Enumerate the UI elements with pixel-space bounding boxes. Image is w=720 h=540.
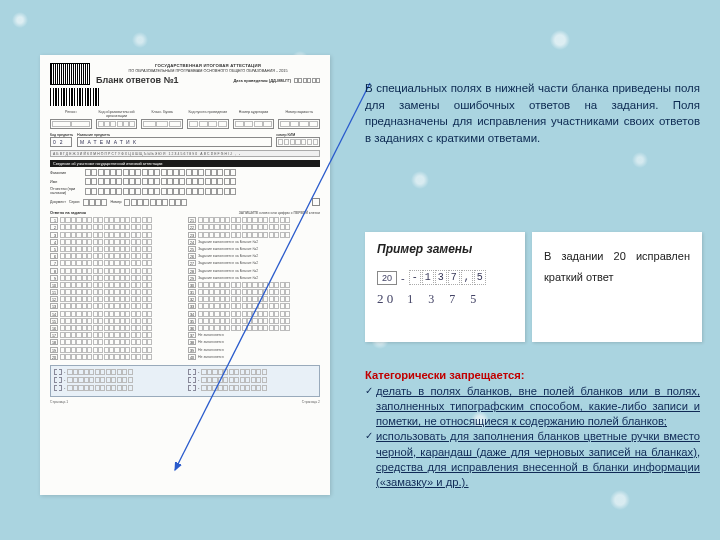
subject-code: 02 (50, 137, 72, 147)
description-text: В специальных полях в нижней части бланк… (365, 80, 700, 147)
lbl-subj-code: Код предмета (50, 133, 73, 137)
lbl-region: Регион (50, 110, 92, 118)
er-line2: краткий ответ (544, 267, 690, 288)
lbl-doc: Документ (50, 200, 66, 204)
er-c: 20 (614, 246, 626, 267)
kim-date-label: Дата проведения (ДД-ММ-ГГ) (233, 78, 291, 83)
lbl-org: Код образовательной организации (96, 110, 138, 118)
barcode2-icon (50, 88, 100, 106)
answers-sub: ЗАПИШИТЕ слово или цифры с ПЕРВОЙ клетки (239, 211, 320, 215)
forbid-title: Категорически запрещается: (365, 368, 700, 383)
forbidden-block: Категорически запрещается: делать в поля… (365, 368, 700, 490)
subject-name: МАТЕМАТИК (77, 137, 272, 147)
example-box: Пример замены 20 - -137,5 2 0 1 3 7 5 (365, 232, 525, 342)
form-title: Бланк ответов №1 (96, 75, 178, 87)
example-title: Пример замены (377, 242, 513, 256)
forbid-item-1: делать в полях бланков, вне полей бланко… (365, 384, 700, 429)
correction-section: --- --- (50, 365, 320, 397)
forbid-item-2: использовать для заполнения бланков цвет… (365, 429, 700, 489)
ex-r2-vals: 1 3 7 5 (403, 292, 482, 307)
answers-header: Ответы на задания (50, 211, 86, 215)
lbl-aud: Код пункта проведения (187, 110, 229, 118)
alphabet-sample: АБВГДЕЖЗИЙКЛМНОПРСТУФХЦЧШЩЪЫЬЭЮЯ 1234567… (50, 150, 320, 157)
barcode-icon (50, 63, 90, 85)
foot-right: Страница 2 (302, 400, 320, 404)
ex-r2-num: 2 0 (377, 291, 393, 307)
foot-left: Страница 1 (50, 400, 68, 404)
checkbox-icon (312, 198, 320, 206)
lbl-name: Имя (50, 180, 82, 184)
ex-r1-num: 20 (377, 271, 397, 285)
lbl-num: Номер (110, 200, 121, 204)
lbl-otch: Отчество (при наличии) (50, 187, 82, 195)
lbl-ser: Серия (69, 200, 80, 204)
lbl-var: Номер варианта (278, 110, 320, 118)
example-explanation: В задании 20 исправлен краткий ответ (532, 232, 702, 342)
form-header-2: ПО ОБРАЗОВАТЕЛЬНЫМ ПРОГРАММАМ ОСНОВНОГО … (96, 69, 320, 74)
er-d: исправлен (636, 246, 690, 267)
lbl-place: Номер аудитории (233, 110, 275, 118)
er-a: В (544, 246, 551, 267)
lbl-class: Класс. Буква (141, 110, 183, 118)
exam-form: ГОСУДАРСТВЕННАЯ ИТОГОВАЯ АТТЕСТАЦИЯ ПО О… (40, 55, 330, 495)
participant-info-bar: Сведения об участнике государственной ит… (50, 160, 320, 167)
lbl-fam: Фамилия (50, 171, 82, 175)
er-b: задании (561, 246, 603, 267)
